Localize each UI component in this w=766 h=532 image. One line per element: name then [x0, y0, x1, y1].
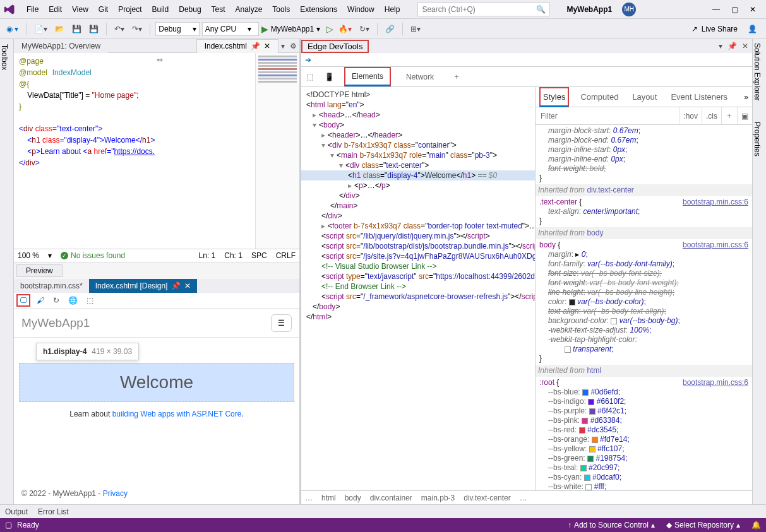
- add-rule-icon[interactable]: ＋: [721, 107, 737, 124]
- save-all-button[interactable]: 💾: [87, 23, 101, 35]
- refresh-button[interactable]: ↻▾: [357, 23, 372, 35]
- menu-analyze[interactable]: Analyze: [230, 3, 268, 16]
- devtools-breadcrumb[interactable]: … html body div.container main.pb-3 div.…: [301, 490, 752, 504]
- error-list-tab[interactable]: Error List: [38, 507, 69, 516]
- menu-extensions[interactable]: Extensions: [295, 3, 342, 16]
- close-icon[interactable]: ✕: [750, 5, 756, 14]
- menu-help[interactable]: Help: [380, 3, 405, 16]
- border-icon[interactable]: ⬚: [84, 295, 96, 306]
- tab-elements[interactable]: Elements: [344, 67, 391, 86]
- save-button[interactable]: 💾: [69, 23, 84, 35]
- browser-preview[interactable]: MyWebApp1 ☰ h1.display-4419 × 39.03 Welc…: [14, 309, 299, 505]
- menu-project[interactable]: Project: [113, 3, 147, 16]
- menu-file[interactable]: File: [21, 3, 44, 16]
- tab-styles[interactable]: Styles: [539, 87, 569, 107]
- platform-dropdown[interactable]: Any CPU▾: [202, 22, 259, 36]
- css-link[interactable]: bootstrap.min.css:6: [683, 240, 748, 250]
- menu-git[interactable]: Git: [93, 3, 113, 16]
- device-icon[interactable]: 📱: [323, 71, 335, 83]
- globe-icon[interactable]: 🌐: [66, 295, 80, 306]
- pin-icon[interactable]: 📌: [727, 42, 737, 50]
- run-target[interactable]: MyWebApp1: [271, 25, 314, 33]
- tab-dropdown-icon[interactable]: ▾: [278, 40, 287, 52]
- hov-toggle[interactable]: :hov: [679, 107, 702, 124]
- open-button[interactable]: 📂: [52, 23, 67, 35]
- undo-button[interactable]: ↶▾: [112, 23, 127, 35]
- privacy-link[interactable]: Privacy: [103, 489, 128, 498]
- close-tab-icon[interactable]: ✕: [264, 42, 270, 50]
- code-content[interactable]: @page @model IndexModel @{ ViewData["Tit…: [14, 53, 255, 249]
- tab-computed[interactable]: Computed: [578, 88, 621, 105]
- pin-icon[interactable]: 📌: [171, 281, 181, 290]
- source-control[interactable]: ↑ Add to Source Control ▴: [568, 521, 655, 529]
- minimap[interactable]: [255, 53, 299, 249]
- forward-icon[interactable]: ➔: [305, 56, 311, 64]
- menu-tools[interactable]: Tools: [267, 3, 295, 16]
- menu-edit[interactable]: Edit: [44, 3, 67, 16]
- select-repository[interactable]: ◆ Select Repository ▴: [666, 521, 740, 529]
- live-share[interactable]: ↗ Live Share 👤: [691, 25, 762, 33]
- browser-link-button[interactable]: 🔗: [383, 23, 397, 35]
- split-icon[interactable]: ⇔: [157, 56, 163, 64]
- brush-icon[interactable]: 🖌: [34, 295, 47, 306]
- tab-overview[interactable]: MyWebApp1: Overview: [14, 39, 108, 53]
- admin-icon[interactable]: 👤: [748, 25, 757, 33]
- tab-bootstrap-css[interactable]: bootstrap.min.css*: [14, 279, 89, 293]
- avatar[interactable]: MH: [622, 3, 636, 16]
- hamburger-icon[interactable]: ☰: [271, 314, 292, 332]
- maximize-icon[interactable]: ▢: [731, 5, 738, 14]
- branch-icon[interactable]: ▢: [5, 521, 12, 529]
- css-link[interactable]: bootstrap.min.css:6: [683, 198, 748, 207]
- menu-build[interactable]: Build: [147, 3, 174, 16]
- solution-explorer-tab[interactable]: Solution Explorer: [753, 43, 762, 100]
- menu-debug[interactable]: Debug: [174, 3, 206, 16]
- tab-index-cshtml[interactable]: Index.cshtml 📌 ✕: [196, 39, 278, 53]
- properties-tab[interactable]: Properties: [753, 122, 762, 157]
- tab-network[interactable]: Network: [400, 69, 440, 85]
- menu-window[interactable]: Window: [342, 3, 380, 16]
- styles-filter-input[interactable]: [536, 112, 679, 121]
- code-editor[interactable]: ⇔ @page @model IndexModel @{ ViewData["T…: [14, 53, 299, 249]
- devtools-title[interactable]: Edge DevTools: [301, 40, 369, 53]
- inspect-icon[interactable]: ⬚: [305, 71, 314, 83]
- right-side-tabs[interactable]: Solution Explorer Properties: [752, 39, 766, 504]
- tool-button[interactable]: ⊞▾: [408, 23, 423, 35]
- search-box[interactable]: 🔍: [417, 3, 550, 16]
- tab-index-design[interactable]: Index.cshtml [Design] 📌 ✕: [89, 279, 198, 293]
- zoom-level[interactable]: 100 %: [18, 251, 39, 260]
- hot-reload-button[interactable]: 🔥▾: [336, 23, 354, 35]
- no-issues[interactable]: ✓No issues found: [61, 251, 125, 260]
- back-button[interactable]: ◉ ▾: [4, 23, 21, 35]
- output-tab[interactable]: Output: [5, 507, 28, 516]
- toolbox-tab[interactable]: Toolbox: [0, 39, 14, 504]
- config-dropdown[interactable]: Debug▾: [155, 22, 199, 36]
- menu-test[interactable]: Test: [206, 3, 230, 16]
- minimize-icon[interactable]: —: [712, 5, 720, 14]
- new-item-button[interactable]: 📄▾: [32, 23, 50, 35]
- tab-layout[interactable]: Layout: [630, 88, 659, 105]
- device-mode-icon[interactable]: ▣: [737, 107, 752, 124]
- more-tabs-icon[interactable]: »: [744, 93, 748, 102]
- menu-view[interactable]: View: [67, 3, 93, 16]
- gear-icon[interactable]: ⚙: [287, 40, 299, 52]
- inspect-button[interactable]: 🖵: [16, 294, 30, 307]
- run-no-debug-button[interactable]: ▷: [326, 24, 333, 34]
- learn-link[interactable]: building Web apps with ASP.NET Core: [112, 410, 242, 418]
- css-link[interactable]: bootstrap.min.css:6: [683, 378, 748, 387]
- preview-button[interactable]: Preview: [16, 264, 63, 277]
- learn-text: Learn about building Web apps with ASP.N…: [14, 408, 299, 418]
- close-tab-icon[interactable]: ✕: [184, 281, 191, 290]
- add-tab-icon[interactable]: ＋: [449, 70, 464, 83]
- close-icon[interactable]: ✕: [742, 42, 748, 50]
- redo-button[interactable]: ↷▾: [129, 23, 145, 35]
- styles-rules[interactable]: margin-block-start: 0.67em; margin-block…: [536, 125, 752, 490]
- refresh-icon[interactable]: ↻: [51, 295, 62, 306]
- run-button[interactable]: ▶: [261, 24, 268, 34]
- search-input[interactable]: [422, 5, 536, 14]
- tab-event-listeners[interactable]: Event Listeners: [668, 88, 730, 105]
- cls-toggle[interactable]: .cls: [702, 107, 721, 124]
- bell-icon[interactable]: 🔔: [751, 521, 761, 529]
- dom-tree[interactable]: <!DOCTYPE html> <html lang="en"> ▸<head>…: [301, 87, 535, 490]
- pin-icon[interactable]: 📌: [251, 42, 260, 50]
- dropdown-icon[interactable]: ▾: [719, 42, 722, 50]
